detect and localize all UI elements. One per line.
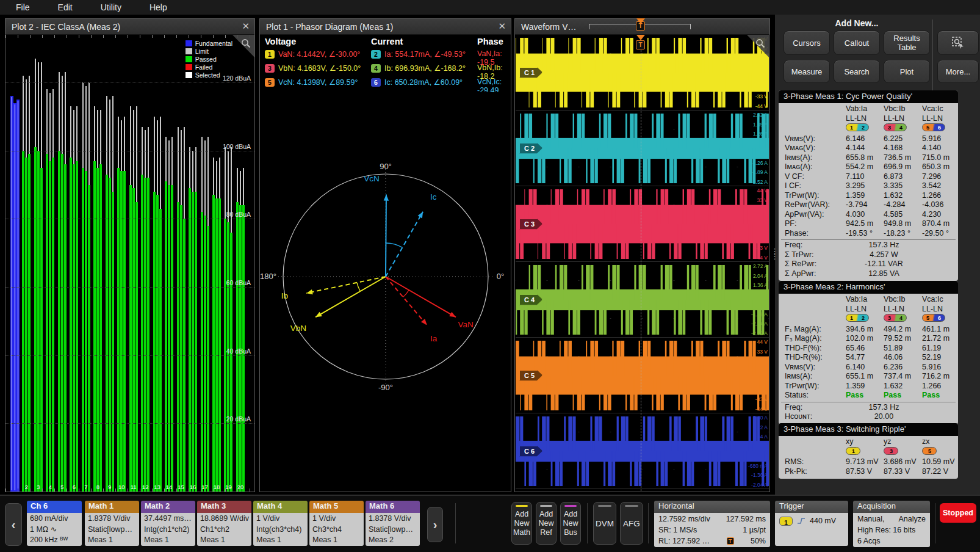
passed-bar bbox=[70, 158, 72, 492]
plot2-close-icon[interactable]: ✕ bbox=[242, 21, 250, 32]
passed-bar bbox=[144, 178, 146, 492]
wave-slice-C6[interactable]: C 63.40 A2.72 A2.04 A1.36 A680 mA-680 mA… bbox=[516, 413, 769, 489]
x-tick-label: 8 bbox=[93, 484, 102, 490]
add-new-ref-button[interactable]: AddNewRef bbox=[536, 502, 557, 545]
menu-bar: FileEditUtilityHelp bbox=[0, 0, 980, 15]
row-value: 1.266 bbox=[922, 382, 958, 391]
measure-button[interactable]: Measure bbox=[784, 60, 830, 83]
math-1-badge[interactable]: Math 11.8378 V/divStatic[lowp…Meas 1 bbox=[85, 501, 139, 546]
math-2-badge[interactable]: Math 237.4497 ms…Intg(ch1*ch2)Meas 1 bbox=[141, 501, 195, 546]
col-header: Vca:Ic bbox=[922, 295, 958, 305]
search-button[interactable]: Search bbox=[834, 60, 880, 83]
card-line: Meas 1 bbox=[88, 535, 136, 546]
math-4-badge[interactable]: Math 41 V/divIntg(ch3*ch4)Meas 1 bbox=[253, 501, 308, 546]
passed-bar bbox=[215, 198, 218, 492]
table-body: Vab:IaVbc:IbVca:IcLL-LNLL-LNLL-LN123456F… bbox=[779, 294, 958, 424]
passed-bar bbox=[37, 151, 40, 492]
acq-line3: 6 Acqs bbox=[857, 536, 926, 547]
scroll-right-button[interactable]: › bbox=[427, 507, 443, 542]
wave-slice-C5[interactable]: C 544 V33 V22 V11 V-11 V-22 V-33 V-44 V bbox=[516, 338, 769, 413]
plot1-close-icon[interactable]: ✕ bbox=[498, 21, 506, 32]
row-value: -3.794 bbox=[846, 200, 884, 210]
scale-label: -22 V bbox=[755, 388, 768, 393]
chip-cell: 5 bbox=[922, 447, 958, 458]
zoom-select-button[interactable] bbox=[937, 31, 979, 55]
menu-item-utility[interactable]: Utility bbox=[101, 2, 121, 12]
results-table-1[interactable]: 3-Phase Meas 1: Cyc Power Quality'Vab:Ia… bbox=[779, 90, 958, 281]
wave-slice-C3[interactable]: C 344 V33 V22 V11 V-11 V-22 V-33 V-44 V bbox=[516, 186, 769, 262]
row-value: -4.036 bbox=[922, 200, 958, 210]
passed-bar bbox=[93, 161, 96, 492]
x-tick-label: 3 bbox=[34, 484, 43, 490]
scale-label: -33 V bbox=[755, 94, 768, 100]
x-tick-label: 11 bbox=[129, 484, 138, 490]
math-6-badge[interactable]: Math 61.8378 V/divStatic[lowp…Meas 2 bbox=[366, 501, 420, 546]
col-sub: LL-LN bbox=[846, 305, 884, 314]
iec-bar-chart[interactable]: FundamentalLimitPassedFailedSelected 234… bbox=[5, 35, 254, 492]
afg-button[interactable]: AFG bbox=[620, 502, 643, 545]
channel-pill: 12 bbox=[846, 123, 869, 131]
passed-bar bbox=[168, 185, 170, 492]
card-line: 680 mA/div bbox=[30, 514, 79, 525]
menu-item-help[interactable]: Help bbox=[150, 2, 167, 12]
summary-row: Hᴄᴏᴜɴᴛ:20.00 bbox=[781, 412, 956, 422]
results-table-3[interactable]: 3-Phase Meas 3: Switching Ripple'xyyzzx1… bbox=[779, 423, 958, 479]
plot2-titlebar[interactable]: Plot 2 - IEC ClassA (Meas 2) ✕ bbox=[5, 19, 254, 35]
passed-bar bbox=[109, 178, 111, 492]
more-button[interactable]: More... bbox=[937, 60, 979, 83]
card-line: 1 MΩ ∿ bbox=[30, 525, 79, 536]
plot-button[interactable]: Plot bbox=[884, 60, 930, 83]
row-value: 6.225 bbox=[884, 134, 922, 144]
results-table-2[interactable]: 3-Phase Meas 2: Harmonics'Vab:IaVbc:IbVc… bbox=[779, 281, 958, 424]
stopped-button[interactable]: Stopped bbox=[940, 503, 976, 523]
card-line: 200 kHz ᴮᵂ bbox=[30, 535, 79, 546]
cursors-button[interactable]: Cursors bbox=[784, 31, 830, 55]
col-sub: LL-LN bbox=[846, 114, 884, 124]
trigger-level-marker[interactable]: T bbox=[636, 40, 645, 49]
table-col-sub: LL-LNLL-LNLL-LN bbox=[781, 114, 956, 124]
trigger-t-icon: T bbox=[727, 537, 734, 545]
rising-edge-icon bbox=[797, 517, 805, 525]
add-new-bus-button[interactable]: AddNewBus bbox=[560, 502, 581, 545]
acquisition-badge[interactable]: AcquisitionManual,AnalyzeHigh Res: 16 bi… bbox=[853, 501, 930, 547]
math-3-badge[interactable]: Math 318.8689 W/divCh1*ch2Meas 1 bbox=[197, 501, 251, 546]
panel-grip-handle[interactable]: ⋮⋮ bbox=[771, 249, 774, 265]
menu-item-edit[interactable]: Edit bbox=[58, 2, 73, 12]
table-title: 3-Phase Meas 2: Harmonics' bbox=[779, 281, 958, 294]
callout-button[interactable]: Callout bbox=[834, 31, 880, 55]
row-value: 4.144 bbox=[846, 143, 884, 153]
wave-slice-C2[interactable]: C 22.52 A1.89 A1.26 A630 mA-630 mA-1.26 … bbox=[516, 111, 769, 186]
pill-num: 6 bbox=[938, 314, 941, 322]
card-line: Intg(ch1*ch2) bbox=[144, 525, 192, 536]
menu-item-file[interactable]: File bbox=[16, 2, 30, 12]
card-line: Ch1*ch2 bbox=[200, 525, 248, 536]
wave-slice-C4[interactable]: C 42.72 A2.04 A1.36 A680 mA-680 mA-1.36 … bbox=[516, 262, 769, 338]
summary-label: Σ ApPwr: bbox=[781, 269, 846, 279]
math-5-badge[interactable]: Math 51 V/divCh3*ch4Meas 1 bbox=[309, 501, 364, 546]
row-value: 4.585 bbox=[884, 210, 922, 220]
separator bbox=[935, 503, 935, 543]
summary-label: Σ TrPwr: bbox=[781, 250, 846, 260]
trigger-badge[interactable]: Trigger1440 mV bbox=[775, 501, 848, 546]
table-row: THD-R(%):54.7746.0652.19 bbox=[781, 353, 956, 363]
row-value: 6.236 bbox=[884, 363, 922, 372]
phasor-plot[interactable]: 90°0°±180°-90°VaNIaVbNIbVcNIc bbox=[260, 92, 511, 492]
plot1-titlebar[interactable]: Plot 1 - Phasor Diagram (Meas 1) ✕ bbox=[260, 19, 511, 35]
waveform-graticule[interactable]: T C 144 V33 V22 V11 V-11 V-22 V-33 V-44 … bbox=[516, 35, 769, 491]
horizontal-badge[interactable]: Horizontal12.7592 ms/div127.592 msSR: 1 … bbox=[654, 501, 770, 547]
scroll-left-button[interactable]: ‹ bbox=[5, 503, 22, 546]
row-value: 1.266 bbox=[922, 191, 958, 201]
btn-line: Add bbox=[539, 510, 553, 519]
math-6-badge-header: Math 6 bbox=[366, 501, 420, 513]
results-table-button[interactable]: Results Table bbox=[884, 31, 930, 55]
add-new-math-button[interactable]: AddNewMath bbox=[511, 502, 532, 545]
scale-label: -1.36 A bbox=[751, 312, 768, 318]
channel-pill: 1 bbox=[846, 447, 860, 455]
math-1-badge-header: Math 1 bbox=[85, 501, 139, 513]
x-tick-label: 4 bbox=[46, 484, 54, 490]
dvm-button[interactable]: DVM bbox=[593, 502, 616, 545]
scale-label: 2.52 A bbox=[753, 112, 768, 118]
channel-6-badge[interactable]: Ch 6680 mA/div1 MΩ ∿200 kHz ᴮᵂ bbox=[27, 501, 82, 546]
x-tick-label: 6 bbox=[70, 484, 78, 490]
card-line: Meas 2 bbox=[369, 535, 417, 546]
